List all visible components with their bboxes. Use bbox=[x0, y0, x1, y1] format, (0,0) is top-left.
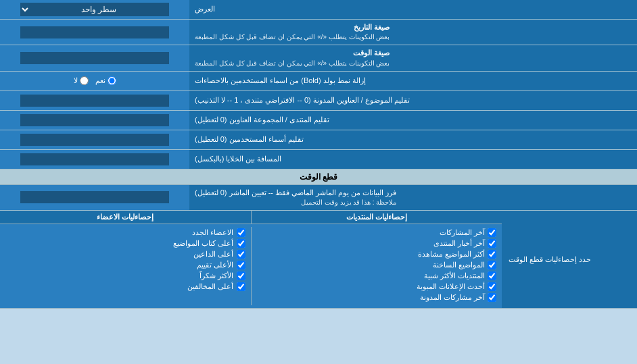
display-select-cell[interactable]: سطر واحد bbox=[0, 0, 189, 19]
check-item[interactable]: أعلى كتاب المواضيع bbox=[5, 239, 245, 248]
date-format-input-cell[interactable]: d-m bbox=[0, 20, 189, 45]
check-item[interactable]: آخر أخبار المنتدى bbox=[257, 239, 497, 248]
spacing-input-cell[interactable]: 2 bbox=[0, 150, 189, 169]
col1-checkboxes: آخر المشاركات آخر أخبار المنتدى أكثر الم… bbox=[251, 227, 502, 305]
check-most-forums[interactable] bbox=[488, 271, 496, 280]
date-format-input[interactable]: d-m bbox=[20, 26, 169, 38]
spacing-label: المسافة بين الخلايا (بالبكسل) bbox=[189, 150, 637, 169]
usernames-input-cell[interactable]: 0 bbox=[0, 130, 189, 149]
check-announcements[interactable] bbox=[488, 282, 496, 291]
date-format-label: صيغة التاريخ بعض التكوينات يتطلب «/» الت… bbox=[189, 20, 637, 45]
realtime-input[interactable]: 0 bbox=[20, 191, 169, 203]
check-item[interactable]: أحدث الإعلانات المبوبة bbox=[257, 282, 497, 291]
check-top-violators[interactable] bbox=[237, 282, 245, 291]
check-item[interactable]: أعلى المخالفين bbox=[5, 282, 245, 291]
topics-titles-label: تقليم الموضوع / العناوين المدونة (0 -- ا… bbox=[189, 91, 637, 110]
realtime-input-cell[interactable]: 0 bbox=[0, 185, 189, 210]
check-item[interactable]: الاعضاء الجدد bbox=[5, 228, 245, 237]
check-item[interactable]: الأعلى تقييم bbox=[5, 261, 245, 269]
single-line-select[interactable]: سطر واحد bbox=[20, 3, 169, 16]
check-new-members[interactable] bbox=[237, 228, 245, 237]
section-label: العرض bbox=[189, 0, 637, 19]
check-item[interactable]: آخر المشاركات bbox=[257, 228, 497, 237]
forum-group-input[interactable]: 33 bbox=[20, 114, 169, 126]
check-most-viewed[interactable] bbox=[488, 250, 496, 259]
topics-titles-input[interactable]: 33 bbox=[20, 95, 169, 107]
forum-group-label: تقليم المنتدى / المجموعة العناوين (0 لتع… bbox=[189, 111, 637, 130]
radio-yes-label[interactable]: نعم bbox=[95, 76, 116, 85]
realtime-label: فرز البيانات من يوم الماشر الماضي فقط --… bbox=[189, 185, 637, 210]
bold-remove-radio-cell[interactable]: نعم لا bbox=[0, 72, 189, 90]
radio-yes[interactable] bbox=[108, 76, 116, 85]
realtime-section-header: قطع الوقت bbox=[0, 170, 637, 185]
time-format-input-cell[interactable]: H:i bbox=[0, 45, 189, 70]
usernames-label: تقليم أسماء المستخدمين (0 لتعطيل) bbox=[189, 130, 637, 149]
stats-apply-label: حدد إحصاءليات قطع الوقت bbox=[502, 211, 637, 308]
col2-checkboxes: الاعضاء الجدد أعلى كتاب المواضيع أعلى ال… bbox=[0, 227, 251, 305]
usernames-input[interactable]: 0 bbox=[20, 134, 169, 146]
check-item[interactable]: آخر مشاركات المدونة bbox=[257, 293, 497, 302]
check-most-thanked[interactable] bbox=[237, 271, 245, 280]
check-item[interactable]: أكثر المواضيع مشاهدة bbox=[257, 250, 497, 259]
time-format-label: صيغة الوقت بعض التكوينات يتطلب «/» التي … bbox=[189, 45, 637, 70]
radio-no-label[interactable]: لا bbox=[74, 76, 89, 85]
col2-header: إحصاءليات الاعضاء bbox=[0, 211, 251, 224]
check-forum-news[interactable] bbox=[488, 239, 496, 248]
check-item[interactable]: المواضيع الساخنة bbox=[257, 261, 497, 269]
check-blog-posts[interactable] bbox=[488, 293, 496, 302]
forum-group-input-cell[interactable]: 33 bbox=[0, 111, 189, 130]
spacing-input[interactable]: 2 bbox=[20, 153, 169, 165]
check-top-inviters[interactable] bbox=[237, 250, 245, 259]
col1-header: إحصاءليات المنتديات bbox=[251, 211, 502, 224]
check-top-rated[interactable] bbox=[237, 261, 245, 269]
bold-remove-label: إزالة نمط بولد (Bold) من اسماء المستخدمي… bbox=[189, 72, 637, 90]
time-format-input[interactable]: H:i bbox=[20, 52, 169, 64]
check-item[interactable]: الأكثر شكراً bbox=[5, 271, 245, 280]
topics-titles-input-cell[interactable]: 33 bbox=[0, 91, 189, 110]
radio-no[interactable] bbox=[80, 76, 89, 85]
check-hot-topics[interactable] bbox=[488, 261, 496, 269]
check-top-writers[interactable] bbox=[237, 239, 245, 248]
check-last-posts[interactable] bbox=[488, 228, 496, 237]
check-item[interactable]: المنتديات الأكثر شبية bbox=[257, 271, 497, 280]
check-item[interactable]: أعلى الداعين bbox=[5, 250, 245, 259]
